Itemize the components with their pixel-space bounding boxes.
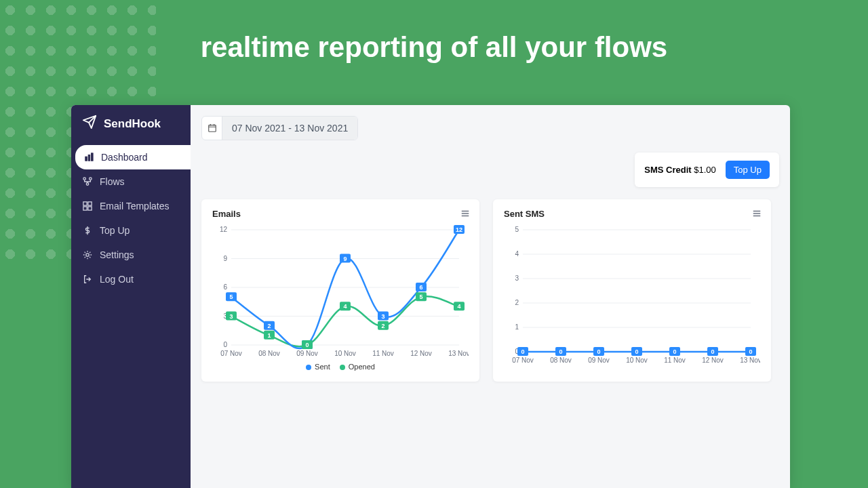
svg-text:1: 1 bbox=[267, 332, 271, 339]
svg-text:4: 4 bbox=[457, 303, 460, 310]
emails-card: Emails 03691207 Nov08 Nov09 Nov10 Nov11 … bbox=[201, 199, 479, 382]
svg-text:6: 6 bbox=[419, 284, 422, 291]
sidebar-item-dashboard[interactable]: Dashboard bbox=[75, 145, 191, 169]
svg-point-4 bbox=[90, 178, 92, 180]
svg-text:0: 0 bbox=[711, 348, 714, 355]
calendar-icon bbox=[202, 117, 222, 140]
sms-card-title: Sent SMS bbox=[504, 209, 760, 219]
svg-text:0: 0 bbox=[635, 348, 638, 355]
svg-rect-1 bbox=[88, 155, 90, 161]
legend-sent-label: Sent bbox=[315, 363, 330, 371]
bar-chart-icon bbox=[83, 152, 94, 163]
legend-dot-sent bbox=[306, 365, 311, 370]
svg-text:2: 2 bbox=[267, 323, 271, 329]
sidebar-item-log-out[interactable]: Log Out bbox=[71, 267, 191, 291]
sidebar-item-label: Flows bbox=[100, 176, 125, 187]
dollar-icon bbox=[82, 225, 93, 236]
hamburger-icon[interactable] bbox=[458, 206, 473, 221]
svg-text:3: 3 bbox=[515, 274, 519, 282]
svg-point-5 bbox=[86, 183, 89, 186]
svg-text:0: 0 bbox=[223, 341, 227, 348]
sms-credit-card: SMS Credit $1.00 Top Up bbox=[635, 152, 779, 187]
sidebar-item-label: Email Templates bbox=[100, 201, 169, 211]
brand-name: SendHook bbox=[104, 117, 161, 131]
legend-opened-label: Opened bbox=[349, 363, 375, 371]
svg-text:2: 2 bbox=[515, 299, 519, 306]
svg-text:07 Nov: 07 Nov bbox=[512, 357, 534, 364]
svg-text:3: 3 bbox=[381, 313, 384, 320]
svg-text:4: 4 bbox=[343, 303, 347, 310]
sidebar-item-email-templates[interactable]: Email Templates bbox=[71, 194, 191, 218]
gear-icon bbox=[82, 249, 93, 260]
svg-rect-11 bbox=[208, 125, 216, 132]
svg-rect-7 bbox=[88, 202, 92, 205]
legend-dot-opened bbox=[340, 365, 345, 370]
svg-text:0: 0 bbox=[305, 342, 309, 348]
svg-text:08 Nov: 08 Nov bbox=[258, 350, 280, 357]
svg-text:9: 9 bbox=[223, 255, 227, 262]
svg-text:6: 6 bbox=[223, 283, 227, 291]
brand: SendHook bbox=[71, 105, 191, 145]
svg-text:0: 0 bbox=[749, 348, 752, 355]
emails-legend: Sent Opened bbox=[212, 363, 469, 371]
svg-point-3 bbox=[83, 178, 86, 180]
sidebar-item-settings[interactable]: Settings bbox=[71, 243, 191, 267]
svg-text:12: 12 bbox=[456, 226, 462, 233]
emails-card-title: Emails bbox=[212, 209, 469, 219]
svg-text:09 Nov: 09 Nov bbox=[588, 357, 610, 364]
top-up-button[interactable]: Top Up bbox=[726, 161, 770, 179]
sidebar-item-label: Settings bbox=[100, 249, 134, 260]
page-headline: realtime reporting of all your flows bbox=[0, 31, 868, 64]
svg-rect-2 bbox=[92, 153, 94, 161]
sidebar-item-label: Top Up bbox=[100, 225, 130, 236]
svg-text:11 Nov: 11 Nov bbox=[372, 350, 394, 357]
sms-credit-label: SMS Credit bbox=[644, 165, 691, 175]
templates-icon bbox=[82, 201, 93, 211]
svg-text:13 Nov: 13 Nov bbox=[448, 350, 469, 357]
sms-chart: 01234507 Nov08 Nov09 Nov10 Nov11 Nov12 N… bbox=[504, 224, 760, 367]
svg-text:08 Nov: 08 Nov bbox=[550, 357, 572, 364]
svg-text:5: 5 bbox=[419, 293, 422, 300]
svg-rect-6 bbox=[83, 202, 87, 205]
svg-text:09 Nov: 09 Nov bbox=[296, 350, 318, 357]
svg-rect-0 bbox=[85, 157, 87, 161]
svg-text:11 Nov: 11 Nov bbox=[664, 357, 686, 364]
sidebar-item-top-up[interactable]: Top Up bbox=[71, 218, 191, 243]
sidebar: SendHook Dashboard Flows Email Templates bbox=[71, 105, 191, 488]
date-range-value: 07 Nov 2021 - 13 Nov 2021 bbox=[222, 117, 357, 140]
svg-text:07 Nov: 07 Nov bbox=[220, 350, 242, 357]
topbar: 07 Nov 2021 - 13 Nov 2021 bbox=[201, 116, 779, 140]
date-range-picker[interactable]: 07 Nov 2021 - 13 Nov 2021 bbox=[201, 116, 358, 140]
main-content: 07 Nov 2021 - 13 Nov 2021 SMS Credit $1.… bbox=[191, 105, 790, 488]
svg-text:0: 0 bbox=[673, 348, 676, 355]
sidebar-item-label: Log Out bbox=[100, 274, 134, 285]
svg-text:10 Nov: 10 Nov bbox=[626, 357, 648, 364]
svg-text:0: 0 bbox=[559, 348, 562, 355]
hamburger-icon[interactable] bbox=[749, 206, 764, 221]
svg-text:13 Nov: 13 Nov bbox=[740, 357, 760, 364]
svg-text:10 Nov: 10 Nov bbox=[334, 350, 356, 357]
svg-text:2: 2 bbox=[381, 323, 384, 329]
svg-text:3: 3 bbox=[229, 313, 233, 320]
svg-text:12 Nov: 12 Nov bbox=[702, 357, 724, 364]
svg-text:12: 12 bbox=[220, 226, 228, 233]
emails-chart: 03691207 Nov08 Nov09 Nov10 Nov11 Nov12 N… bbox=[212, 224, 469, 360]
svg-text:0: 0 bbox=[521, 348, 524, 355]
svg-text:4: 4 bbox=[515, 250, 519, 258]
logout-icon bbox=[82, 274, 93, 285]
svg-rect-8 bbox=[83, 207, 87, 210]
app-shell: SendHook Dashboard Flows Email Templates bbox=[71, 105, 790, 488]
svg-text:5: 5 bbox=[515, 226, 519, 233]
svg-rect-9 bbox=[88, 207, 92, 210]
sidebar-item-flows[interactable]: Flows bbox=[71, 169, 191, 194]
svg-text:9: 9 bbox=[343, 256, 347, 262]
sms-credit-amount: $1.00 bbox=[694, 165, 716, 175]
svg-text:5: 5 bbox=[229, 293, 233, 300]
svg-text:1: 1 bbox=[515, 323, 519, 331]
sms-card: Sent SMS 01234507 Nov08 Nov09 Nov10 Nov1… bbox=[493, 199, 771, 382]
sidebar-item-label: Dashboard bbox=[101, 152, 148, 163]
send-icon bbox=[82, 115, 97, 133]
charts-row: Emails 03691207 Nov08 Nov09 Nov10 Nov11 … bbox=[201, 199, 779, 382]
flow-icon bbox=[82, 176, 93, 187]
svg-text:0: 0 bbox=[597, 348, 600, 355]
